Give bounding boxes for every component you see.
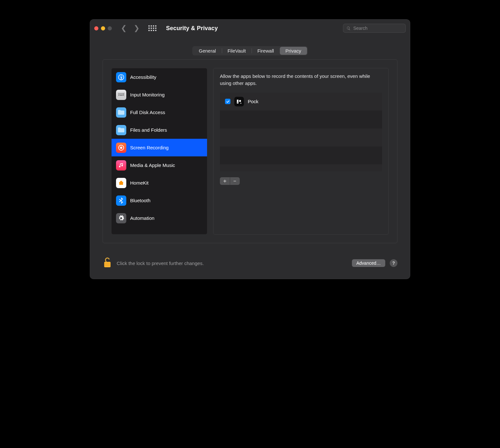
sidebar-item-input-monitoring[interactable]: Input Monitoring: [112, 86, 207, 104]
advanced-button[interactable]: Advanced…: [352, 259, 385, 267]
folder-icon: [116, 125, 126, 135]
app-name: Pock: [248, 99, 258, 104]
app-icon: [234, 97, 244, 106]
svg-rect-15: [118, 95, 119, 96]
add-remove-control: ＋ －: [220, 177, 240, 185]
gear-icon: [116, 213, 126, 223]
toolbar: ❮ ❯ Security & Privacy: [90, 19, 410, 37]
sidebar-item-label: Full Disk Access: [130, 110, 165, 115]
tab-privacy[interactable]: Privacy: [280, 47, 307, 55]
svg-rect-27: [104, 266, 111, 266]
sidebar-item-homekit[interactable]: HomeKit: [112, 174, 207, 192]
forward-button[interactable]: ❯: [134, 25, 139, 32]
remove-button[interactable]: －: [230, 177, 240, 185]
privacy-panel: Accessibility Input Monitoring Full Disk…: [103, 59, 397, 243]
app-list: Pock: [220, 93, 382, 171]
help-button[interactable]: ?: [390, 259, 397, 267]
app-row-empty: [220, 164, 382, 171]
window-title: Security & Privacy: [166, 25, 218, 32]
app-row-empty: [220, 146, 382, 164]
svg-rect-4: [119, 93, 120, 94]
tabs: General FileVault Firewall Privacy: [192, 46, 308, 55]
app-row-empty: [220, 129, 382, 146]
svg-rect-23: [104, 262, 111, 267]
svg-rect-16: [120, 95, 123, 96]
svg-point-21: [239, 100, 241, 102]
add-button[interactable]: ＋: [220, 177, 230, 185]
svg-rect-25: [104, 264, 111, 264]
back-button[interactable]: ❮: [121, 25, 127, 32]
lock-icon[interactable]: [103, 257, 112, 270]
sidebar-item-label: Files and Folders: [130, 127, 167, 133]
folder-icon: [116, 107, 126, 118]
traffic-lights: [94, 26, 112, 30]
svg-rect-24: [104, 263, 111, 263]
sidebar-item-label: HomeKit: [130, 180, 149, 186]
show-all-icon[interactable]: [148, 25, 156, 31]
nav-arrows: ❮ ❯: [121, 25, 139, 32]
sidebar-item-label: Media & Apple Music: [130, 162, 175, 168]
tabs-row: General FileVault Firewall Privacy: [90, 37, 410, 59]
zoom-button[interactable]: [108, 26, 112, 30]
sidebar-item-files-and-folders[interactable]: Files and Folders: [112, 121, 207, 139]
svg-rect-5: [120, 93, 121, 94]
svg-rect-6: [121, 93, 122, 94]
app-row[interactable]: Pock: [220, 93, 382, 111]
sidebar-item-label: Automation: [130, 215, 154, 221]
content-description: Allow the apps below to record the conte…: [220, 73, 382, 87]
svg-point-22: [240, 103, 241, 104]
footer: Click the lock to prevent further change…: [90, 250, 410, 279]
sidebar-item-label: Bluetooth: [130, 198, 150, 203]
sidebar-item-automation[interactable]: Automation: [112, 209, 207, 227]
tab-general[interactable]: General: [193, 47, 221, 55]
keyboard-icon: [116, 90, 126, 100]
svg-rect-10: [119, 94, 120, 95]
search-field[interactable]: [343, 24, 406, 33]
svg-point-19: [120, 146, 122, 149]
svg-rect-11: [120, 94, 121, 95]
svg-rect-17: [123, 95, 124, 96]
app-row-empty: [220, 111, 382, 129]
sidebar-item-screen-recording[interactable]: Screen Recording: [112, 139, 207, 156]
svg-rect-14: [123, 94, 124, 95]
search-icon: [346, 26, 351, 31]
sidebar-item-label: Input Monitoring: [130, 92, 165, 97]
svg-rect-12: [121, 94, 122, 95]
preferences-window: ❮ ❯ Security & Privacy General FileVault…: [90, 19, 410, 279]
search-input[interactable]: [353, 26, 402, 31]
sidebar-item-full-disk-access[interactable]: Full Disk Access: [112, 104, 207, 121]
sidebar-item-label: Accessibility: [130, 74, 156, 80]
screen-recording-icon: [116, 143, 126, 153]
svg-rect-7: [122, 93, 123, 94]
sidebar-item-accessibility[interactable]: Accessibility: [112, 68, 207, 86]
music-icon: [116, 160, 126, 170]
bluetooth-icon: [116, 195, 126, 206]
home-icon: [116, 178, 126, 188]
svg-rect-9: [118, 94, 119, 95]
svg-rect-13: [122, 94, 123, 95]
check-icon: [226, 100, 230, 104]
sidebar-item-media-apple-music[interactable]: Media & Apple Music: [112, 156, 207, 174]
close-button[interactable]: [94, 26, 98, 30]
minimize-button[interactable]: [101, 26, 105, 30]
svg-point-1: [121, 75, 122, 76]
tab-filevault[interactable]: FileVault: [222, 47, 252, 55]
accessibility-icon: [116, 72, 126, 82]
privacy-content: Allow the apps below to record the conte…: [213, 68, 389, 235]
svg-rect-26: [104, 265, 111, 265]
app-checkbox[interactable]: [225, 99, 230, 104]
privacy-sidebar[interactable]: Accessibility Input Monitoring Full Disk…: [111, 68, 207, 235]
lock-text: Click the lock to prevent further change…: [117, 261, 204, 266]
tab-firewall[interactable]: Firewall: [252, 47, 280, 55]
sidebar-item-bluetooth[interactable]: Bluetooth: [112, 192, 207, 209]
sidebar-item-label: Screen Recording: [130, 145, 169, 150]
svg-rect-3: [118, 93, 119, 94]
svg-rect-8: [123, 93, 124, 94]
